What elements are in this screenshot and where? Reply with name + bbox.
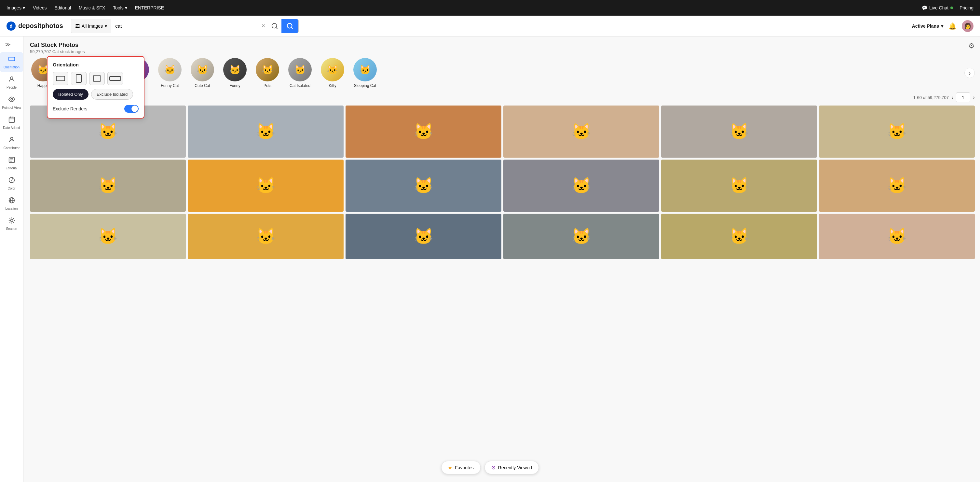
sidebar-item-location[interactable]: Location <box>0 193 23 214</box>
svg-point-0 <box>272 23 277 28</box>
people-icon <box>8 75 15 85</box>
svg-point-5 <box>10 77 13 79</box>
cat-label-funny: Funny <box>229 83 240 88</box>
live-status-dot <box>950 6 953 9</box>
image-cell[interactable]: 🐱 <box>188 214 344 259</box>
pagination-next-button[interactable]: › <box>973 94 975 101</box>
contributor-label: Contributor <box>3 146 19 150</box>
active-plans-button[interactable]: Active Plans ▾ <box>912 24 943 29</box>
dropdown-arrow-icon: ▾ <box>105 24 107 29</box>
live-chat-button[interactable]: 💬 Live Chat <box>922 5 953 10</box>
orientation-square-button[interactable] <box>89 72 105 85</box>
notifications-button[interactable]: 🔔 <box>948 22 956 30</box>
svg-rect-7 <box>9 117 14 123</box>
image-cell[interactable]: 🐱 <box>661 105 817 158</box>
cat-item-funny[interactable]: 🐱 Funny <box>219 58 251 88</box>
location-icon <box>8 197 15 206</box>
svg-point-20 <box>10 219 13 222</box>
color-icon <box>8 177 15 185</box>
chat-icon: 💬 <box>922 5 927 10</box>
season-icon <box>8 217 15 226</box>
favorites-button[interactable]: ★ Favorites <box>441 461 480 474</box>
pagination-prev-button[interactable]: ‹ <box>951 94 953 101</box>
nav-enterprise[interactable]: ENTERPRISE <box>135 5 164 10</box>
image-cell[interactable]: 🐱 <box>661 160 817 212</box>
cat-item-pets[interactable]: 🐱 Pets <box>251 58 284 88</box>
date-added-label: Date Added <box>3 126 20 129</box>
nav-music-sfx[interactable]: Music & SFX <box>79 5 105 10</box>
date-added-icon <box>8 116 15 125</box>
image-cell[interactable]: 🐱 <box>30 214 186 259</box>
nav-videos[interactable]: Videos <box>33 5 47 10</box>
image-cell[interactable]: 🐱 <box>819 214 975 259</box>
cat-item-cute-cat[interactable]: 🐱 Cute Cat <box>186 58 219 88</box>
cat-circle-funny: 🐱 <box>223 58 247 81</box>
dropdown-arrow-icon: ▾ <box>125 5 127 10</box>
sidebar-item-season[interactable]: Season <box>0 214 23 234</box>
search-clear-button[interactable]: × <box>259 22 268 29</box>
orientation-panoramic-button[interactable] <box>107 72 123 85</box>
image-cell[interactable]: 🐱 <box>345 105 501 158</box>
svg-rect-30 <box>76 75 81 82</box>
site-logo[interactable]: d depositphotos <box>6 21 63 30</box>
sidebar-item-orientation[interactable]: Orientation <box>0 52 23 72</box>
exclude-renders-row: Exclude Renders <box>53 105 138 113</box>
image-cell[interactable]: 🐱 <box>30 160 186 212</box>
image-cell[interactable]: 🐱 <box>345 214 501 259</box>
season-label: Season <box>6 227 17 231</box>
image-cell[interactable]: 🐱 <box>819 105 975 158</box>
image-cell[interactable]: 🐱 <box>345 160 501 212</box>
image-cell[interactable]: 🐱 <box>503 160 659 212</box>
logo-icon: d <box>6 21 16 30</box>
nav-images[interactable]: Images ▾ <box>6 5 25 10</box>
main-content: ≫ Orientation People Poin <box>0 37 980 482</box>
sidebar-item-people[interactable]: People <box>0 72 23 93</box>
user-avatar[interactable]: 👩 <box>962 20 974 32</box>
category-strip-next-arrow[interactable]: › <box>964 68 975 78</box>
pov-label: Point of View <box>2 106 21 109</box>
image-cell[interactable]: 🐱 <box>503 214 659 259</box>
category-strip-inner: 🐱 Happy 🐱 Kitten 🐱 Happy Cat 🐱 Sleep 🐱 <box>30 58 964 88</box>
sidebar-item-editorial[interactable]: Editorial <box>0 153 23 173</box>
exclude-renders-toggle[interactable] <box>124 105 138 113</box>
cat-item-sleeping-cat[interactable]: 🐱 Sleeping Cat <box>349 58 381 88</box>
image-cell[interactable]: 🐱 <box>188 160 344 212</box>
nav-editorial[interactable]: Editorial <box>54 5 71 10</box>
logo-text: depositphotos <box>18 22 63 30</box>
recently-viewed-button[interactable]: ⊙ Recently Viewed <box>484 461 539 474</box>
pagination-page-input[interactable] <box>956 93 970 102</box>
cat-item-kitty[interactable]: 🐱 Kitty <box>316 58 349 88</box>
nav-tools[interactable]: Tools ▾ <box>113 5 127 10</box>
orientation-landscape-button[interactable] <box>53 72 68 85</box>
cat-item-funny-cat[interactable]: 🐱 Funny Cat <box>154 58 186 88</box>
svg-line-28 <box>13 219 14 219</box>
exclude-isolated-button[interactable]: Exclude Isolated <box>91 89 133 100</box>
image-cell[interactable]: 🐱 <box>819 160 975 212</box>
svg-point-2 <box>287 23 292 28</box>
svg-rect-32 <box>110 77 121 80</box>
favorites-label: Favorites <box>455 465 474 470</box>
cat-item-cat-isolated[interactable]: 🐱 Cat Isolated <box>284 58 316 88</box>
orientation-portrait-button[interactable] <box>71 72 86 85</box>
sidebar-item-color[interactable]: Color <box>0 173 23 193</box>
cat-circle-kitty: 🐱 <box>321 58 344 81</box>
sidebar-item-contributor[interactable]: Contributor <box>0 133 23 153</box>
search-input-wrapper: 🖼 All Images ▾ × <box>71 19 299 33</box>
image-cell[interactable]: 🐱 <box>503 105 659 158</box>
settings-button[interactable]: ⚙ <box>968 41 975 50</box>
image-cell[interactable]: 🐱 <box>661 214 817 259</box>
svg-line-27 <box>10 222 10 223</box>
nav-pricing[interactable]: Pricing <box>959 5 974 10</box>
search-type-dropdown[interactable]: 🖼 All Images ▾ <box>71 19 111 33</box>
sidebar-item-pov[interactable]: Point of View <box>0 93 23 113</box>
sidebar-item-date-added[interactable]: Date Added <box>0 113 23 133</box>
svg-rect-29 <box>56 76 65 81</box>
people-label: People <box>6 86 17 89</box>
visual-search-button[interactable] <box>268 22 282 30</box>
search-input[interactable] <box>111 19 259 33</box>
image-cell[interactable]: 🐱 <box>188 105 344 158</box>
contributor-icon <box>8 136 15 145</box>
sidebar-expand-button[interactable]: ≫ <box>3 39 13 49</box>
search-submit-button[interactable] <box>282 19 298 33</box>
isolated-only-button[interactable]: Isolated Only <box>53 89 89 100</box>
